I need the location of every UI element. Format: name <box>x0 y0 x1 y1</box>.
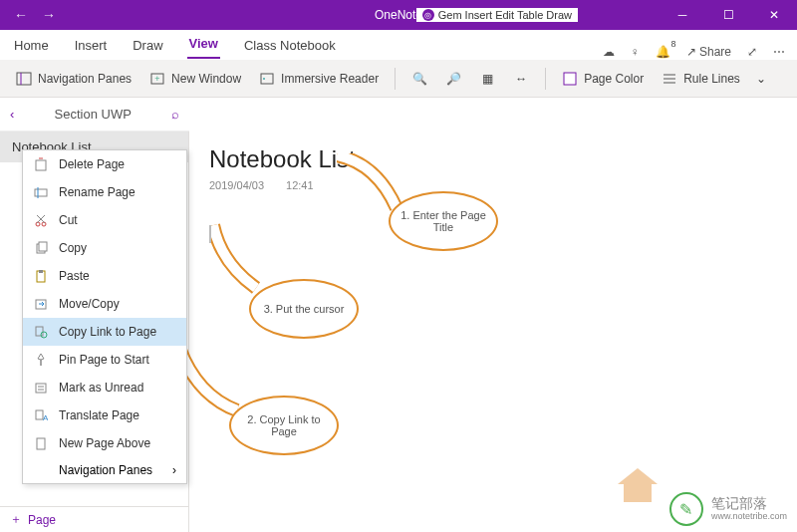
callout-1: 1. Enter the Page Title <box>389 191 498 251</box>
pin-icon <box>33 352 49 368</box>
move-icon <box>33 296 49 312</box>
svg-rect-6 <box>564 73 576 85</box>
ctx-newpage[interactable]: New Page Above <box>23 429 186 457</box>
rule-lines-button[interactable]: Rule Lines ⌄ <box>656 67 772 91</box>
add-page-button[interactable]: ＋ Page <box>0 506 189 532</box>
svg-marker-31 <box>618 468 658 502</box>
newpage-icon <box>33 435 49 451</box>
section-name[interactable]: Section UWP <box>24 107 161 122</box>
ribbon-view: Navigation Panes + New Window Immersive … <box>0 60 797 98</box>
ribbon-tabs: Home Insert Draw View Class Notebook ☁ ♀… <box>0 30 797 60</box>
svg-rect-21 <box>39 270 43 273</box>
tab-class-notebook[interactable]: Class Notebook <box>242 32 338 59</box>
zoom-in-button[interactable]: 🔎 <box>439 67 467 91</box>
ctx-navigation-panes[interactable]: Navigation Panes › <box>23 457 186 483</box>
svg-rect-28 <box>36 410 43 419</box>
link-icon <box>33 324 49 340</box>
svg-rect-0 <box>17 73 31 85</box>
page-date: 2019/04/03 <box>209 179 264 191</box>
paste-icon <box>33 268 49 284</box>
svg-point-24 <box>41 332 47 338</box>
zoom-100-button[interactable]: ▦ <box>473 67 501 91</box>
window-icon: + <box>149 71 165 87</box>
page-100-icon: ▦ <box>479 71 495 87</box>
svg-rect-25 <box>36 384 46 393</box>
chevron-down-icon: ⌄ <box>756 72 766 86</box>
zoom-out-button[interactable]: 🔍 <box>405 67 433 91</box>
close-button[interactable]: ✕ <box>751 0 797 30</box>
page-width-button[interactable]: ↔ <box>507 67 535 91</box>
house-watermark-icon <box>618 468 658 502</box>
sync-icon[interactable]: ☁ <box>603 45 615 59</box>
new-window-button[interactable]: + New Window <box>143 67 247 91</box>
ctx-translate[interactable]: ATranslate Page <box>23 401 186 429</box>
unread-icon <box>33 380 49 396</box>
callout-2: 2. Copy Link to Page <box>229 396 339 455</box>
page-context-menu: Delete PageRename PageCutCopyPasteMove/C… <box>22 149 187 484</box>
page-width-icon: ↔ <box>513 71 529 87</box>
svg-rect-4 <box>261 74 273 84</box>
watermark: ✎ 笔记部落 www.notetribe.com <box>669 492 787 526</box>
more-icon[interactable]: ⋯ <box>773 45 785 59</box>
panes-icon <box>16 71 32 87</box>
chevron-right-icon: › <box>172 463 176 477</box>
ctx-rename[interactable]: Rename Page <box>23 178 186 206</box>
ctx-move[interactable]: Move/Copy <box>23 290 186 318</box>
notifications-icon[interactable]: 🔔8 <box>656 45 670 59</box>
svg-rect-19 <box>39 242 47 251</box>
search-icon[interactable]: ⌕ <box>171 107 179 122</box>
pencil-badge-icon: ✎ <box>669 492 703 526</box>
zoom-out-icon: 🔍 <box>411 71 427 87</box>
maximize-button[interactable]: ☐ <box>705 0 751 30</box>
plus-icon: ＋ <box>10 511 22 528</box>
fullscreen-icon[interactable]: ⤢ <box>747 45 757 59</box>
color-icon <box>562 71 578 87</box>
lightbulb-icon[interactable]: ♀ <box>631 45 640 59</box>
back-icon[interactable]: ← <box>14 7 28 23</box>
minimize-button[interactable]: ─ <box>660 0 705 30</box>
page-title[interactable]: Notebook List <box>209 145 777 173</box>
ctx-pin[interactable]: Pin Page to Start <box>23 346 186 374</box>
immersive-reader-button[interactable]: Immersive Reader <box>253 67 385 91</box>
ctx-copy[interactable]: Copy <box>23 234 186 262</box>
translate-icon: A <box>33 407 49 423</box>
nav-panes-button[interactable]: Navigation Panes <box>10 67 137 91</box>
tab-view[interactable]: View <box>187 30 220 59</box>
page-list-sidebar: Notebook List Delete PageRename PageCutC… <box>0 132 189 532</box>
ctx-cut[interactable]: Cut <box>23 206 186 234</box>
callout-3: 3. Put the cursor <box>249 279 359 339</box>
ctx-delete[interactable]: Delete Page <box>23 150 186 178</box>
svg-text:A: A <box>43 413 48 422</box>
page-canvas[interactable]: Notebook List 2019/04/03 12:41 1. Enter … <box>189 132 797 532</box>
ctx-link[interactable]: Copy Link to Page <box>23 318 186 346</box>
svg-rect-12 <box>35 189 47 196</box>
rename-icon <box>33 184 49 200</box>
tab-home[interactable]: Home <box>12 32 51 59</box>
ctx-paste[interactable]: Paste <box>23 262 186 290</box>
svg-rect-10 <box>36 160 46 170</box>
tab-draw[interactable]: Draw <box>131 32 164 59</box>
delete-icon <box>33 156 49 172</box>
zoom-in-icon: 🔎 <box>445 71 461 87</box>
page-time: 12:41 <box>286 179 314 191</box>
copy-icon <box>33 240 49 256</box>
svg-rect-30 <box>37 438 45 449</box>
section-header: ‹ Section UWP ⌕ <box>0 98 189 132</box>
page-color-button[interactable]: Page Color <box>556 67 650 91</box>
svg-text:+: + <box>154 74 159 84</box>
forward-icon[interactable]: → <box>42 7 56 23</box>
cut-icon <box>33 212 49 228</box>
reader-icon <box>259 71 275 87</box>
gem-icon: ◎ <box>422 9 434 21</box>
title-bar: ← → OneNote ◎ Gem Insert Edit Table Draw… <box>0 0 797 30</box>
share-button[interactable]: ↗ Share <box>686 45 731 59</box>
back-section-icon[interactable]: ‹ <box>10 107 14 122</box>
ctx-unread[interactable]: Mark as Unread <box>23 374 186 401</box>
tab-insert[interactable]: Insert <box>73 32 110 59</box>
svg-point-5 <box>263 78 265 80</box>
lines-icon <box>662 71 677 87</box>
svg-rect-23 <box>36 327 43 336</box>
gem-addin-bar[interactable]: ◎ Gem Insert Edit Table Draw <box>416 8 578 22</box>
